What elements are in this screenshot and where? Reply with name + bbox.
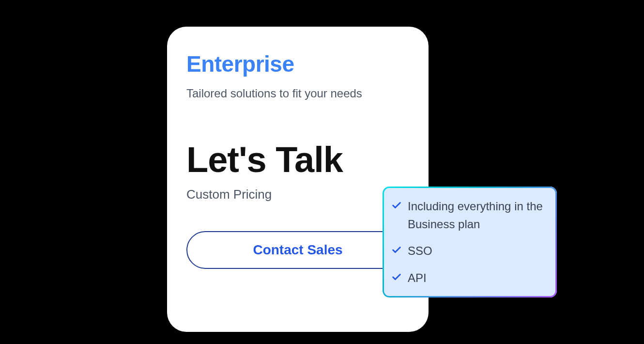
feature-text: Including everything in the Business pla… bbox=[408, 197, 547, 233]
plan-tagline: Tailored solutions to fit your needs bbox=[186, 87, 409, 100]
contact-sales-button[interactable]: Contact Sales bbox=[186, 231, 409, 269]
feature-text: API bbox=[408, 269, 427, 287]
plan-headline: Let's Talk bbox=[186, 139, 409, 180]
plan-name: Enterprise bbox=[186, 51, 409, 77]
feature-popover: Including everything in the Business pla… bbox=[383, 187, 557, 297]
feature-item: Including everything in the Business pla… bbox=[391, 197, 547, 233]
check-icon bbox=[391, 272, 402, 282]
contact-sales-label: Contact Sales bbox=[253, 242, 342, 258]
check-icon bbox=[391, 200, 402, 211]
feature-item: SSO bbox=[391, 242, 547, 260]
feature-item: API bbox=[391, 269, 547, 287]
check-icon bbox=[391, 245, 402, 255]
feature-text: SSO bbox=[408, 242, 432, 260]
plan-pricing-note: Custom Pricing bbox=[186, 187, 409, 202]
